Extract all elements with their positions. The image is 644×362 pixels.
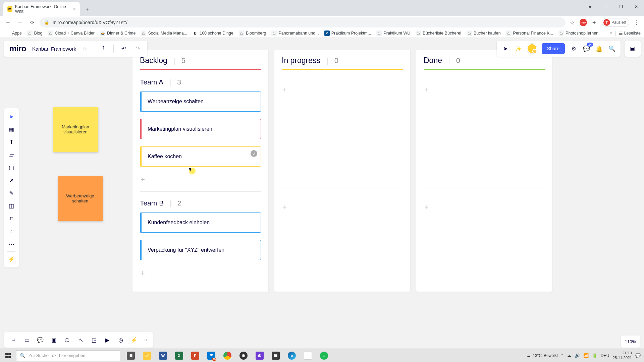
- url-field[interactable]: 🔒 miro.com/app/board/uXjVOf8yZ1s=/: [40, 17, 566, 27]
- select-tool[interactable]: ➤: [5, 110, 17, 123]
- word-icon[interactable]: W: [155, 349, 171, 362]
- bookmark-item[interactable]: 🗀Personal Finance K...: [504, 30, 555, 37]
- board-name[interactable]: Kanban Framework: [32, 46, 76, 52]
- video-icon[interactable]: ▶: [101, 334, 113, 346]
- add-card-button[interactable]: +: [282, 78, 403, 102]
- bookmark-item[interactable]: 🗀Cload + Canva Bilder: [46, 30, 96, 37]
- bookmark-apps[interactable]: Apps: [3, 30, 23, 37]
- close-window-button[interactable]: ✕: [629, 0, 644, 13]
- bookmark-item[interactable]: 🗀Photoshop lernen: [557, 30, 600, 37]
- bookmark-item[interactable]: 🗀Blog: [25, 30, 44, 37]
- expand-card-icon[interactable]: ⤢: [251, 150, 257, 157]
- text-tool[interactable]: T: [5, 136, 17, 148]
- undo-icon[interactable]: ↶: [120, 45, 128, 53]
- present-icon[interactable]: ▭: [21, 334, 33, 346]
- excel-icon[interactable]: X: [171, 349, 187, 362]
- bookmark-item[interactable]: 🍲Dinner & Crime: [98, 30, 137, 37]
- notifications-icon[interactable]: 🔔: [595, 45, 603, 53]
- sticky-note-orange[interactable]: Werbeanzeige schalten: [58, 176, 103, 221]
- extensions-icon[interactable]: ✦: [590, 18, 598, 26]
- kanban-column-backlog[interactable]: Backlog | 5 Team A | 3 Werbeanzeige scha…: [132, 50, 268, 292]
- language-indicator[interactable]: DEU: [601, 353, 609, 358]
- comment-tool[interactable]: ◫: [5, 199, 17, 212]
- bookmark-item[interactable]: 🗀Bücherliste Bücherei: [414, 30, 463, 37]
- bookmark-item[interactable]: 🗀Bücher kaufen: [465, 30, 502, 37]
- shape-tool[interactable]: ▢: [5, 161, 17, 174]
- notifications-tray-icon[interactable]: 💬: [635, 353, 641, 358]
- ai-tool[interactable]: ⚡: [5, 253, 17, 265]
- kanban-card[interactable]: Kaffee kochen ⤢: [140, 146, 261, 167]
- new-tab-button[interactable]: +: [83, 5, 92, 14]
- kanban-card[interactable]: Marketingplan visualisieren: [140, 119, 261, 139]
- minimize-button[interactable]: ─: [598, 0, 613, 13]
- bookmarks-overflow-icon[interactable]: »: [610, 31, 612, 36]
- collapse-toolbar-icon[interactable]: ‹‹: [142, 338, 150, 342]
- star-bookmark-icon[interactable]: ☆: [568, 18, 576, 26]
- sticky-note-yellow[interactable]: Marketingplan visualisieren: [53, 107, 98, 152]
- add-card-button[interactable]: +: [424, 196, 545, 219]
- add-card-button[interactable]: +: [282, 196, 403, 219]
- share-button[interactable]: Share: [542, 43, 565, 54]
- timer-icon[interactable]: ◷: [115, 334, 127, 346]
- edge-icon[interactable]: e: [284, 349, 300, 362]
- maximize-button[interactable]: ❐: [613, 0, 629, 13]
- kanban-column-done[interactable]: Done | 0 + +: [416, 50, 552, 292]
- frame-tool[interactable]: ⌗: [5, 212, 17, 225]
- start-button[interactable]: [0, 349, 16, 362]
- miro-canvas[interactable]: miro Kanban Framework ☆ ⤴ ↶ ↷ ➤ ✨ Share …: [0, 38, 644, 351]
- activity-panel-button[interactable]: ▣: [625, 41, 641, 57]
- mindmap-icon[interactable]: ⌬: [61, 334, 73, 346]
- user-avatar[interactable]: [527, 44, 537, 54]
- task-view-icon[interactable]: ⊞: [123, 349, 139, 362]
- search-icon[interactable]: 🔍: [608, 45, 616, 53]
- cards-icon[interactable]: ▣: [48, 334, 60, 346]
- upload-tool[interactable]: ⏍: [5, 225, 17, 238]
- pen-tool[interactable]: ✎: [5, 187, 17, 199]
- onedrive-icon[interactable]: ☁: [567, 353, 571, 358]
- spotify-icon[interactable]: ♪: [316, 349, 332, 362]
- profile-pause-badge[interactable]: T Pausiert: [602, 18, 629, 27]
- weather-widget[interactable]: ☁ 13°C Bewölkt: [527, 353, 558, 358]
- add-card-button[interactable]: +: [424, 78, 545, 102]
- close-tab-icon[interactable]: ×: [73, 6, 76, 12]
- app-icon[interactable]: ◐: [252, 349, 268, 362]
- account-dot-icon[interactable]: ●: [582, 0, 598, 13]
- browser-tab[interactable]: m Kanban Framework, Online Whit ×: [3, 2, 80, 16]
- wifi-icon[interactable]: 📶: [583, 353, 589, 358]
- file-explorer-icon[interactable]: 📁: [139, 349, 155, 362]
- app-icon[interactable]: ▤: [268, 349, 284, 362]
- line-tool[interactable]: ↗: [5, 174, 17, 187]
- export-icon[interactable]: ⤴: [99, 45, 107, 53]
- kanban-card[interactable]: Verpackung für "XYZ" entwerfen: [140, 240, 261, 260]
- comments-list-icon[interactable]: 💬: [34, 334, 46, 346]
- notepad-icon[interactable]: [300, 349, 316, 362]
- bookmark-item[interactable]: 🗀Social Media Mana...: [139, 30, 189, 37]
- kanban-column-in-progress[interactable]: In progress | 0 + +: [274, 50, 410, 292]
- bookmark-item[interactable]: B100 schöne Dinge: [191, 30, 235, 37]
- kanban-card[interactable]: Kundenfeedback einholen: [140, 213, 261, 233]
- cursor-mode-icon[interactable]: ➤: [501, 45, 509, 53]
- abp-extension-icon[interactable]: ABP: [580, 19, 587, 26]
- miro-logo[interactable]: miro: [9, 44, 26, 53]
- taskbar-search[interactable]: 🔍 Zur Suche Text hier eingeben: [16, 350, 120, 361]
- taskbar-clock[interactable]: 21:10 25.11.2021: [612, 351, 632, 360]
- back-button[interactable]: ←: [3, 18, 13, 27]
- bookmark-item[interactable]: MPraktikum Projektm...: [323, 30, 373, 37]
- reading-list-button[interactable]: ☰ Leseliste: [615, 31, 641, 36]
- voting-icon[interactable]: ⚡: [128, 334, 140, 346]
- tray-chevron-icon[interactable]: ˄: [561, 353, 564, 358]
- estimation-icon[interactable]: ◳: [88, 334, 100, 346]
- powerpoint-icon[interactable]: P: [187, 349, 203, 362]
- star-icon[interactable]: ☆: [82, 46, 87, 52]
- bookmark-item[interactable]: 🗀Panoramabahn und...: [270, 30, 320, 37]
- zoom-indicator[interactable]: 110%: [621, 336, 640, 348]
- browser-menu-icon[interactable]: ⋮: [633, 18, 641, 26]
- frames-icon[interactable]: ⌗: [7, 334, 19, 346]
- settings-icon[interactable]: ⚙: [570, 45, 578, 53]
- templates-tool[interactable]: ▦: [5, 123, 17, 136]
- bookmark-item[interactable]: 🗀Bloomberg: [237, 30, 268, 37]
- obs-icon[interactable]: ◉: [235, 349, 252, 362]
- comments-icon[interactable]: 💬14: [582, 45, 590, 53]
- export-frame-icon[interactable]: ⇱: [74, 334, 87, 346]
- mail-icon[interactable]: ✉73: [203, 349, 219, 362]
